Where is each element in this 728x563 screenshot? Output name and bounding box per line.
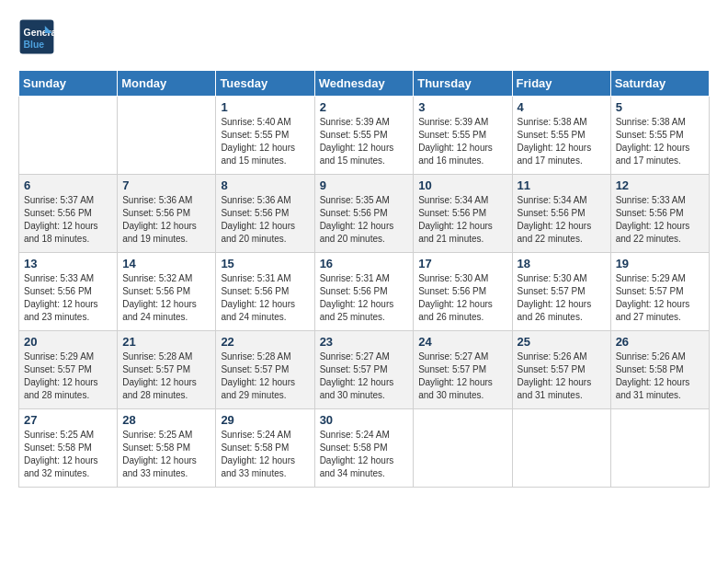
day-info: Sunrise: 5:28 AMSunset: 5:57 PMDaylight:… [221,350,309,402]
header-friday: Friday [512,71,610,97]
calendar-cell: 3Sunrise: 5:39 AMSunset: 5:55 PMDaylight… [414,97,512,175]
day-info: Sunrise: 5:33 AMSunset: 5:56 PMDaylight:… [24,272,112,324]
day-info: Sunrise: 5:38 AMSunset: 5:55 PMDaylight:… [616,116,704,167]
day-number: 2 [320,100,409,114]
header-thursday: Thursday [414,71,512,97]
calendar-table: SundayMondayTuesdayWednesdayThursdayFrid… [18,70,710,488]
week-row-1: 1Sunrise: 5:40 AMSunset: 5:55 PMDaylight… [19,97,710,175]
day-info: Sunrise: 5:34 AMSunset: 5:56 PMDaylight:… [418,194,506,246]
week-row-5: 27Sunrise: 5:25 AMSunset: 5:58 PMDayligh… [19,409,710,488]
day-info: Sunrise: 5:26 AMSunset: 5:57 PMDaylight:… [518,350,606,402]
day-number: 14 [122,257,210,270]
day-number: 11 [518,178,606,192]
calendar-cell [512,409,610,488]
day-number: 10 [418,178,506,192]
day-number: 29 [221,413,309,427]
day-number: 23 [320,335,409,349]
day-number: 8 [221,178,309,192]
calendar-cell: 2Sunrise: 5:39 AMSunset: 5:55 PMDaylight… [314,97,414,175]
day-number: 18 [518,257,606,270]
calendar-cell: 19Sunrise: 5:29 AMSunset: 5:57 PMDayligh… [610,253,709,331]
header-saturday: Saturday [610,71,709,97]
calendar-cell: 9Sunrise: 5:35 AMSunset: 5:56 PMDaylight… [314,175,414,253]
calendar-header-row: SundayMondayTuesdayWednesdayThursdayFrid… [19,71,710,97]
day-info: Sunrise: 5:26 AMSunset: 5:58 PMDaylight:… [616,350,704,402]
header-wednesday: Wednesday [314,71,414,97]
logo-icon: General Blue [18,18,55,55]
day-info: Sunrise: 5:32 AMSunset: 5:56 PMDaylight:… [122,272,210,324]
calendar-cell: 17Sunrise: 5:30 AMSunset: 5:56 PMDayligh… [414,253,512,331]
calendar-cell: 23Sunrise: 5:27 AMSunset: 5:57 PMDayligh… [314,331,414,409]
calendar-cell: 26Sunrise: 5:26 AMSunset: 5:58 PMDayligh… [610,331,709,409]
day-number: 17 [418,257,506,270]
day-number: 13 [24,257,112,270]
week-row-3: 13Sunrise: 5:33 AMSunset: 5:56 PMDayligh… [19,253,710,331]
day-number: 16 [320,257,409,270]
calendar-cell: 1Sunrise: 5:40 AMSunset: 5:55 PMDaylight… [216,97,314,175]
calendar-cell: 21Sunrise: 5:28 AMSunset: 5:57 PMDayligh… [118,331,216,409]
calendar-cell: 30Sunrise: 5:24 AMSunset: 5:58 PMDayligh… [314,409,414,488]
day-info: Sunrise: 5:25 AMSunset: 5:58 PMDaylight:… [24,429,112,480]
calendar-cell: 28Sunrise: 5:25 AMSunset: 5:58 PMDayligh… [118,409,216,488]
calendar-cell: 27Sunrise: 5:25 AMSunset: 5:58 PMDayligh… [19,409,118,488]
week-row-4: 20Sunrise: 5:29 AMSunset: 5:57 PMDayligh… [19,331,710,409]
day-number: 21 [122,335,210,349]
calendar-cell: 7Sunrise: 5:36 AMSunset: 5:56 PMDaylight… [118,175,216,253]
logo: General Blue [18,18,61,55]
day-info: Sunrise: 5:30 AMSunset: 5:56 PMDaylight:… [418,272,506,324]
calendar-cell: 16Sunrise: 5:31 AMSunset: 5:56 PMDayligh… [314,253,414,331]
day-info: Sunrise: 5:38 AMSunset: 5:55 PMDaylight:… [518,116,606,167]
calendar-cell [610,409,709,488]
day-info: Sunrise: 5:24 AMSunset: 5:58 PMDaylight:… [221,429,309,480]
day-info: Sunrise: 5:27 AMSunset: 5:57 PMDaylight:… [418,350,506,402]
calendar-cell: 25Sunrise: 5:26 AMSunset: 5:57 PMDayligh… [512,331,610,409]
day-info: Sunrise: 5:36 AMSunset: 5:56 PMDaylight:… [221,194,309,246]
calendar-cell [118,97,216,175]
day-info: Sunrise: 5:27 AMSunset: 5:57 PMDaylight:… [320,350,409,402]
day-info: Sunrise: 5:24 AMSunset: 5:58 PMDaylight:… [320,429,409,480]
day-number: 15 [221,257,309,270]
page-header: General Blue [18,18,710,55]
calendar-cell: 10Sunrise: 5:34 AMSunset: 5:56 PMDayligh… [414,175,512,253]
day-info: Sunrise: 5:31 AMSunset: 5:56 PMDaylight:… [320,272,409,324]
calendar-cell: 8Sunrise: 5:36 AMSunset: 5:56 PMDaylight… [216,175,314,253]
calendar-cell: 12Sunrise: 5:33 AMSunset: 5:56 PMDayligh… [610,175,709,253]
day-info: Sunrise: 5:34 AMSunset: 5:56 PMDaylight:… [518,194,606,246]
calendar-cell [19,97,118,175]
header-monday: Monday [118,71,216,97]
calendar-cell: 20Sunrise: 5:29 AMSunset: 5:57 PMDayligh… [19,331,118,409]
day-info: Sunrise: 5:40 AMSunset: 5:55 PMDaylight:… [221,116,309,167]
calendar-cell: 24Sunrise: 5:27 AMSunset: 5:57 PMDayligh… [414,331,512,409]
day-info: Sunrise: 5:29 AMSunset: 5:57 PMDaylight:… [616,272,704,324]
day-number: 4 [518,100,606,114]
day-number: 9 [320,178,409,192]
day-info: Sunrise: 5:25 AMSunset: 5:58 PMDaylight:… [122,429,210,480]
day-info: Sunrise: 5:39 AMSunset: 5:55 PMDaylight:… [320,116,409,167]
day-info: Sunrise: 5:30 AMSunset: 5:57 PMDaylight:… [518,272,606,324]
calendar-cell: 11Sunrise: 5:34 AMSunset: 5:56 PMDayligh… [512,175,610,253]
week-row-2: 6Sunrise: 5:37 AMSunset: 5:56 PMDaylight… [19,175,710,253]
svg-text:Blue: Blue [24,40,45,50]
day-number: 19 [616,257,704,270]
day-info: Sunrise: 5:28 AMSunset: 5:57 PMDaylight:… [122,350,210,402]
calendar-cell: 14Sunrise: 5:32 AMSunset: 5:56 PMDayligh… [118,253,216,331]
day-info: Sunrise: 5:33 AMSunset: 5:56 PMDaylight:… [616,194,704,246]
day-info: Sunrise: 5:35 AMSunset: 5:56 PMDaylight:… [320,194,409,246]
day-info: Sunrise: 5:31 AMSunset: 5:56 PMDaylight:… [221,272,309,324]
calendar-cell [414,409,512,488]
calendar-cell: 22Sunrise: 5:28 AMSunset: 5:57 PMDayligh… [216,331,314,409]
day-info: Sunrise: 5:39 AMSunset: 5:55 PMDaylight:… [418,116,506,167]
calendar-cell: 18Sunrise: 5:30 AMSunset: 5:57 PMDayligh… [512,253,610,331]
day-number: 30 [320,413,409,427]
header-sunday: Sunday [19,71,118,97]
day-number: 5 [616,100,704,114]
day-number: 20 [24,335,112,349]
calendar-cell: 15Sunrise: 5:31 AMSunset: 5:56 PMDayligh… [216,253,314,331]
day-number: 3 [418,100,506,114]
calendar-cell: 13Sunrise: 5:33 AMSunset: 5:56 PMDayligh… [19,253,118,331]
day-info: Sunrise: 5:36 AMSunset: 5:56 PMDaylight:… [122,194,210,246]
calendar-cell: 5Sunrise: 5:38 AMSunset: 5:55 PMDaylight… [610,97,709,175]
calendar-cell: 6Sunrise: 5:37 AMSunset: 5:56 PMDaylight… [19,175,118,253]
day-number: 24 [418,335,506,349]
calendar-cell: 4Sunrise: 5:38 AMSunset: 5:55 PMDaylight… [512,97,610,175]
